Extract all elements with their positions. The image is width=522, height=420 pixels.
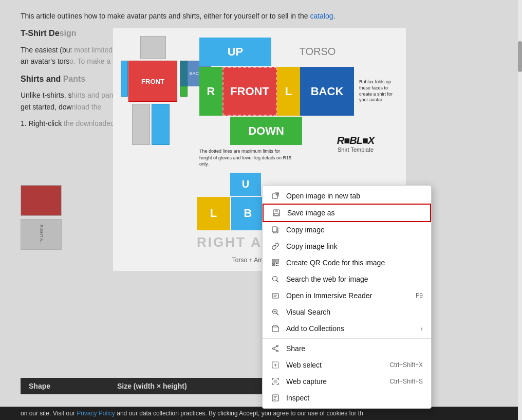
menu-item-open-immersive[interactable]: Open in Immersive ReaderF9	[263, 287, 431, 304]
svg-point-21	[273, 348, 274, 350]
svg-rect-25	[274, 380, 277, 383]
menu-label-share: Share	[286, 344, 305, 353]
menu-item-open-new-tab[interactable]: Open image in new tab	[263, 188, 431, 204]
menu-shortcut-web-select: Ctrl+Shift+X	[389, 361, 423, 369]
menu-item-create-qr[interactable]: Create QR Code for this image	[263, 254, 431, 271]
svg-line-23	[274, 349, 276, 351]
visual-search-icon	[271, 307, 280, 317]
svg-point-19	[277, 345, 278, 347]
back-cell: BACK	[300, 67, 354, 116]
svg-rect-13	[277, 263, 278, 264]
svg-point-20	[277, 351, 278, 352]
menu-item-copy-image[interactable]: Copy image	[263, 222, 431, 238]
roblox-logo-area: R■BL■X Shirt Template	[314, 120, 397, 168]
down-cell: DOWN	[230, 117, 302, 145]
front-cell: FRONT	[222, 67, 277, 116]
menu-label-add-collections: Add to Collections	[286, 324, 344, 333]
avatar-figure: FRONT BACK	[121, 36, 188, 195]
qr-icon	[271, 258, 280, 267]
menu-item-add-collections[interactable]: Add to Collections›	[263, 320, 431, 337]
menu-item-web-select[interactable]: Web selectCtrl+Shift+X	[263, 357, 431, 373]
menu-label-open-new-tab: Open image in new tab	[286, 192, 360, 200]
menu-item-save-image-as[interactable]: Save image as	[263, 204, 431, 222]
arm-b-cell: B	[231, 197, 265, 230]
web-select-icon	[271, 360, 280, 370]
arm-u-cell: U	[230, 173, 261, 196]
up-cell: UP	[199, 38, 271, 66]
svg-rect-10	[277, 261, 278, 262]
menu-label-copy-image-link: Copy image link	[286, 242, 338, 250]
inspect-icon	[271, 393, 280, 403]
svg-line-22	[274, 346, 276, 349]
menu-label-web-select: Web select	[286, 361, 322, 369]
search-web-icon	[271, 275, 280, 284]
menu-item-share[interactable]: Share	[263, 340, 431, 357]
menu-item-copy-image-link[interactable]: Copy image link	[263, 238, 431, 254]
menu-divider-9	[263, 338, 431, 339]
menu-arrow-add-collections: ›	[420, 324, 423, 333]
l-cell: L	[277, 67, 300, 116]
copy-icon	[271, 225, 280, 234]
template-grid: UP TORSO R FRONT L BACK	[197, 38, 397, 168]
menu-item-visual-search[interactable]: Visual Search	[263, 304, 431, 320]
menu-item-web-capture[interactable]: Web captureCtrl+Shift+S	[263, 373, 431, 390]
web-capture-icon	[271, 377, 280, 386]
new-tab-icon	[271, 191, 280, 200]
svg-rect-17	[272, 294, 278, 298]
immersive-icon	[271, 291, 280, 300]
share-icon	[271, 344, 280, 353]
menu-label-save-image-as: Save image as	[287, 209, 335, 217]
folds-note: Roblox folds up these faces to create a …	[357, 67, 397, 116]
svg-rect-5	[272, 227, 277, 232]
svg-rect-12	[276, 263, 277, 264]
menu-item-search-web[interactable]: Search the web for image	[263, 271, 431, 287]
menu-label-inspect: Inspect	[286, 394, 309, 402]
scrollbar[interactable]	[518, 0, 522, 420]
menu-item-inspect[interactable]: Inspect	[263, 390, 431, 406]
r-cell: R	[199, 67, 222, 116]
svg-rect-9	[273, 261, 274, 262]
dotted-note: The dotted lines are maximum limits for …	[199, 148, 292, 168]
collection-icon	[271, 324, 280, 333]
menu-shortcut-web-capture: Ctrl+Shift+S	[389, 378, 423, 385]
menu-label-web-capture: Web capture	[286, 377, 327, 386]
menu-label-copy-image: Copy image	[286, 226, 325, 234]
menu-label-search-web: Search the web for image	[286, 275, 368, 283]
context-menu: Open image in new tabSave image asCopy i…	[262, 185, 432, 409]
menu-label-visual-search: Visual Search	[286, 308, 330, 316]
menu-shortcut-open-immersive: F9	[416, 292, 423, 299]
torso-label: TORSO	[276, 38, 359, 66]
menu-label-create-qr: Create QR Code for this image	[286, 259, 385, 267]
svg-rect-2	[275, 210, 278, 212]
svg-rect-15	[277, 265, 278, 266]
menu-label-open-immersive: Open in Immersive Reader	[286, 291, 372, 300]
svg-rect-11	[273, 264, 274, 265]
arm-l-cell: L	[197, 197, 230, 230]
svg-rect-3	[274, 213, 278, 215]
save-icon	[272, 208, 281, 217]
svg-rect-14	[276, 265, 277, 266]
link-icon	[271, 242, 280, 251]
